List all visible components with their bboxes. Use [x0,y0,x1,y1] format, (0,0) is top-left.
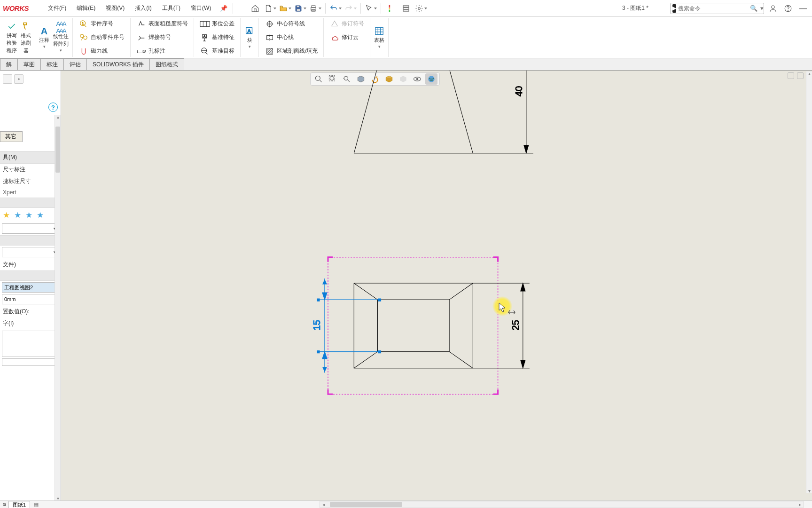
home-icon[interactable] [249,2,262,15]
panel-scrollbar[interactable]: ▴ ▾ [55,115,61,500]
spell-check-button[interactable]: 拼写 检验 程序 [6,20,18,55]
svg-line-48 [449,352,473,368]
scroll-thumb[interactable] [55,127,60,173]
redo-icon[interactable] [344,2,357,15]
star-add-icon[interactable]: ★ [12,210,23,220]
add-sheet-icon[interactable]: ▦ [32,501,40,508]
scroll-up-icon[interactable]: ▴ [55,115,61,120]
text-input-box[interactable] [2,331,59,357]
item-xpert[interactable]: Xpert [0,187,61,198]
open-icon[interactable] [279,2,292,15]
restore-window-icon[interactable] [788,72,794,79]
panel-tab-2[interactable] [14,74,23,84]
tab-evaluate[interactable]: 评估 [63,58,87,70]
user-icon[interactable] [767,2,779,15]
section-2[interactable]: ˆ [0,235,61,246]
centerline-button[interactable]: 中心线 [262,32,320,43]
datum-feature-button[interactable]: A基准特征 [197,32,237,43]
minimize-icon[interactable]: — [797,2,809,15]
tab-addins[interactable]: SOLIDWORKS 插件 [86,58,150,70]
pin-icon[interactable]: 📌 [220,5,227,12]
settings-icon[interactable] [414,2,428,15]
block-button[interactable]: A 块 ▾ [243,25,256,50]
tab-sheet-format[interactable]: 图纸格式 [149,58,184,70]
surface-finish-button[interactable]: 表面粗糙度符号 [133,18,191,30]
area-hatch-button[interactable]: 区域剖面线/填充 [262,45,320,57]
style-dropdown[interactable]: ▾ [2,223,59,234]
tab-annotation[interactable]: 解 [0,58,18,70]
search-command-box[interactable]: ▶ 🔍 ▾ [670,3,764,14]
new-icon[interactable] [264,2,277,15]
datum-target-button[interactable]: 基准目标 [197,45,237,57]
undo-icon[interactable] [329,2,342,15]
menu-file[interactable]: 文件(F) [43,4,71,12]
sheet-tabs: 🗎 图纸1 ▦ ◂ ▸ [0,500,812,508]
svg-point-22 [202,48,207,53]
print-icon[interactable] [309,2,322,15]
svg-line-46 [449,283,473,300]
linear-note-pattern-button[interactable]: AAAAAA 线性注 释阵列 ▾ [52,21,70,54]
section-style[interactable]: ˆ [0,198,61,208]
search-dropdown-icon[interactable]: ▾ [759,5,765,12]
scroll-down-icon[interactable]: ▾ [806,488,812,494]
sheet-tab-1[interactable]: 图纸1 [8,501,30,508]
menu-view[interactable]: 视图(V) [101,4,130,12]
canvas-scrollbar-vertical[interactable]: ▴ ▾ [806,71,812,493]
scroll-left-icon[interactable]: ◂ [320,501,327,508]
scroll-down-icon[interactable]: ▾ [55,495,61,500]
search-input[interactable] [678,5,749,12]
panel-help-icon[interactable]: ? [48,103,58,112]
center-mark-button[interactable]: 中心符号线 [262,18,320,30]
hole-callout-button[interactable]: ⌴⌀孔标注 [133,45,191,57]
tab-dimension[interactable]: 标注 [40,58,64,70]
select-icon[interactable] [364,2,377,15]
maximize-window-icon[interactable] [797,72,804,79]
sheet-icon: 🗎 [2,502,7,507]
panel-tab-1[interactable] [3,74,12,84]
svg-line-45 [354,283,377,300]
balloon-button[interactable]: 1零件序号 [76,18,127,30]
rebuild-icon[interactable] [384,2,398,15]
menu-insert[interactable]: 插入(I) [130,4,156,12]
revision-cloud-button[interactable]: 修订云 [327,32,367,43]
mm-field[interactable]: 0mm▴▾ [2,294,59,304]
section-tool[interactable]: 具(M)ˆ [0,151,61,164]
tables-button[interactable]: 表格 ▾ [373,25,385,50]
dim-15[interactable]: 15 [312,320,322,330]
svg-rect-1 [297,8,301,11]
section-3[interactable]: ˆ [0,270,61,281]
help-icon[interactable] [782,2,794,15]
tab-sketch[interactable]: 草图 [17,58,41,70]
geometric-tolerance-button[interactable]: 形位公差 [197,18,237,30]
menu-window[interactable]: 窗口(W) [186,4,216,12]
item-smart-dimension[interactable]: 捷标注尺寸 [0,175,61,187]
dropdown-2[interactable]: ▾ [2,247,59,257]
menu-tools[interactable]: 工具(T) [157,4,186,12]
weld-symbol-button[interactable]: 焊接符号 [133,32,191,43]
scroll-right-icon[interactable]: ▸ [796,501,803,508]
section-file[interactable]: 文件)▾ [0,259,61,270]
star-save-icon[interactable]: ★ [35,210,45,220]
auto-balloon-button[interactable]: 自动零件序号 [76,32,127,43]
section-text[interactable]: 字(I)ˆ [0,318,61,329]
text-input-box-2[interactable] [2,358,59,366]
format-painter-button[interactable]: 格式 涂刷 器 [20,20,32,55]
item-dimension[interactable]: 尺寸标注 [0,164,61,175]
hscroll-thumb[interactable] [330,502,402,507]
drawing-canvas[interactable]: 40 [61,71,812,500]
svg-text:A: A [203,34,206,39]
magnetic-line-button[interactable]: 磁力线 [76,45,127,57]
search-icon[interactable]: 🔍 [749,5,759,12]
canvas-scrollbar-horizontal[interactable]: ◂ ▸ [320,501,804,508]
note-button[interactable]: A 注释 ▾ [38,25,50,50]
view-name-field[interactable]: 工程图视图2 [2,282,59,293]
save-icon[interactable] [294,2,307,15]
options-icon[interactable] [399,2,413,15]
star-icon[interactable]: ★ [1,210,11,220]
panel-tabs [0,71,61,84]
menu-edit[interactable]: 编辑(E) [71,4,101,12]
svg-point-17 [80,34,84,37]
star-remove-icon[interactable]: ★ [23,210,34,220]
other-tab[interactable]: 其它 [0,131,23,142]
scroll-up-icon[interactable]: ▴ [806,71,812,77]
